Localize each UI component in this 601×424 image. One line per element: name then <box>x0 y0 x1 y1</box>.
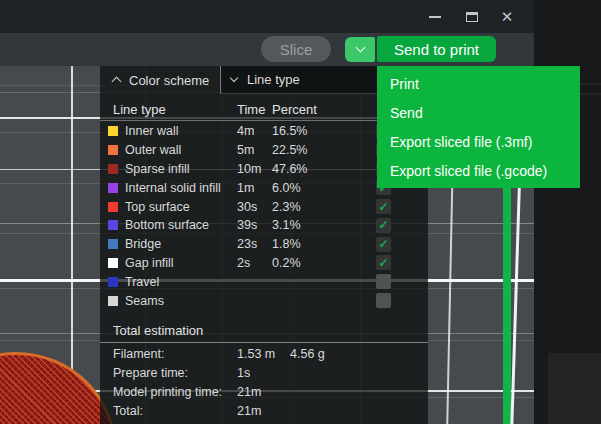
legend-row: Bridge23s1.8%✓ <box>100 235 428 254</box>
menu-item-export-sliced-file-3mf[interactable]: Export sliced file (.3mf) <box>377 127 580 156</box>
estimation-value: 21m <box>237 385 261 399</box>
estimation-label: Model printing time: <box>113 385 222 399</box>
line-type-label: Bridge <box>125 237 161 251</box>
line-type-color-swatch <box>108 183 118 193</box>
line-type-time: 2s <box>237 256 250 270</box>
line-type-time: 5m <box>237 143 254 157</box>
send-to-print-button[interactable]: Send to print <box>377 36 496 62</box>
checkmark-icon: ✓ <box>378 201 388 213</box>
line-type-checkbox[interactable]: ✓ <box>376 199 391 214</box>
estimation-value: 1.53 m <box>237 347 275 361</box>
line-type-label: Bottom surface <box>125 218 209 232</box>
estimation-row: Prepare time:1s <box>100 363 428 382</box>
line-type-percent: 0.2% <box>272 256 301 270</box>
line-type-label: Outer wall <box>125 143 181 157</box>
line-type-color-swatch <box>108 258 118 268</box>
line-type-label: Travel <box>125 275 159 289</box>
estimation-value: 21m <box>237 404 261 418</box>
toolbar: Slice Send to print <box>0 33 534 66</box>
checkmark-icon: ✓ <box>378 257 388 269</box>
line-type-time: 10m <box>237 162 261 176</box>
line-type-color-swatch <box>108 296 118 306</box>
line-type-color-swatch <box>108 239 118 249</box>
line-type-checkbox[interactable]: ✓ <box>376 237 391 252</box>
send-options-arrow-button[interactable] <box>345 37 375 62</box>
view-type-value: Line type <box>247 72 300 87</box>
line-type-checkbox[interactable] <box>376 274 391 289</box>
legend-row: Seams <box>100 291 428 310</box>
line-type-label: Gap infill <box>125 256 174 270</box>
legend-row: Top surface30s2.3%✓ <box>100 197 428 216</box>
line-type-percent: 6.0% <box>272 181 301 195</box>
estimation-row: Total:21m <box>100 401 428 420</box>
line-type-label: Inner wall <box>125 124 179 138</box>
col-header-percent: Percent <box>272 102 317 117</box>
line-type-color-swatch <box>108 145 118 155</box>
chevron-down-icon <box>355 43 365 53</box>
line-type-color-swatch <box>108 277 118 287</box>
estimation-rows: Filament:1.53 m4.56 gPrepare time:1sMode… <box>100 344 428 420</box>
line-type-color-swatch <box>108 126 118 136</box>
total-estimation-title: Total estimation <box>113 323 203 338</box>
menu-item-export-sliced-file-gcode[interactable]: Export sliced file (.gcode) <box>377 156 580 185</box>
estimation-value: 1s <box>237 366 250 380</box>
collapse-chevron-icon[interactable] <box>112 77 122 87</box>
checkmark-icon: ✓ <box>378 219 388 231</box>
desktop-background-block <box>548 353 601 424</box>
line-type-time: 1m <box>237 181 254 195</box>
legend-row: Travel <box>100 272 428 291</box>
send-to-print-menu: PrintSendExport sliced file (.3mf)Export… <box>377 66 580 188</box>
line-type-percent: 3.1% <box>272 218 301 232</box>
estimation-row: Model printing time:21m <box>100 382 428 401</box>
app-window: Color scheme Line type Line type Time Pe… <box>0 0 601 424</box>
minimize-icon <box>429 16 441 18</box>
estimation-row: Filament:1.53 m4.56 g <box>100 344 428 363</box>
chevron-down-icon <box>230 74 238 82</box>
legend-row: Bottom surface39s3.1%✓ <box>100 216 428 235</box>
line-type-percent: 47.6% <box>272 162 307 176</box>
line-type-percent: 16.5% <box>272 124 307 138</box>
estimation-label: Filament: <box>113 347 164 361</box>
close-button[interactable]: ✕ <box>494 0 520 33</box>
line-type-color-swatch <box>108 164 118 174</box>
line-type-color-swatch <box>108 220 118 230</box>
menu-item-print[interactable]: Print <box>377 69 580 98</box>
titlebar: ✕ <box>0 0 534 33</box>
line-type-label: Seams <box>125 294 164 308</box>
legend-row: Gap infill2s0.2%✓ <box>100 254 428 273</box>
line-type-label: Sparse infill <box>125 162 190 176</box>
slice-button[interactable]: Slice <box>261 36 331 62</box>
menu-item-send[interactable]: Send <box>377 98 580 127</box>
desktop-background <box>534 0 601 424</box>
line-type-checkbox[interactable] <box>376 293 391 308</box>
line-type-color-swatch <box>108 202 118 212</box>
maximize-button[interactable] <box>459 0 485 33</box>
col-header-line-type: Line type <box>113 102 166 117</box>
legend-title: Color scheme <box>129 73 209 88</box>
col-header-time: Time <box>237 102 265 117</box>
line-type-checkbox[interactable]: ✓ <box>376 218 391 233</box>
restore-icon <box>466 12 478 22</box>
line-type-label: Internal solid infill <box>125 181 221 195</box>
estimation-value-2: 4.56 g <box>290 347 325 361</box>
line-type-time: 30s <box>237 200 257 214</box>
line-type-percent: 1.8% <box>272 237 301 251</box>
checkmark-icon: ✓ <box>378 238 388 250</box>
estimation-label: Total: <box>113 404 143 418</box>
line-type-time: 39s <box>237 218 257 232</box>
line-type-time: 4m <box>237 124 254 138</box>
close-icon: ✕ <box>501 9 514 24</box>
estimation-label: Prepare time: <box>113 366 188 380</box>
minimize-button[interactable] <box>422 0 448 33</box>
line-type-time: 23s <box>237 237 257 251</box>
line-type-label: Top surface <box>125 200 190 214</box>
line-type-checkbox[interactable]: ✓ <box>376 255 391 270</box>
divider <box>100 342 428 343</box>
line-type-percent: 2.3% <box>272 200 301 214</box>
line-type-percent: 22.5% <box>272 143 307 157</box>
